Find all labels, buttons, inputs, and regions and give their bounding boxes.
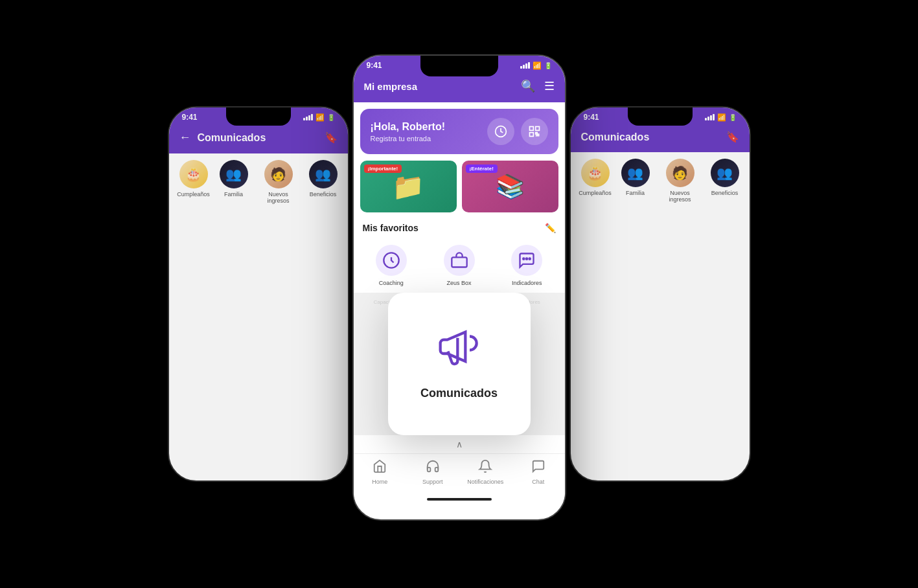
nav-home-label: Home — [372, 479, 387, 485]
badge-enterate: ¡Entérate! — [466, 164, 498, 173]
signal-left — [303, 114, 313, 120]
comunicados-label: Comunicados — [420, 387, 498, 400]
cat-label-left-0: Cumpleaños — [177, 191, 210, 198]
svg-point-17 — [529, 258, 531, 260]
nav-chat[interactable]: Chat — [512, 459, 565, 485]
chat-icon — [531, 459, 545, 477]
category-nuevos-left[interactable]: 🧑 Nuevos ingresos — [257, 160, 300, 204]
greeting-card: ¡Hola, Roberto! Registra tu entrada — [360, 109, 558, 154]
cat-avatar-right-2: 🧑 — [666, 159, 694, 187]
nav-chat-label: Chat — [532, 479, 544, 485]
fav-icon-indicadores — [511, 245, 542, 276]
nav-notificaciones-label: Notificaciones — [467, 479, 503, 485]
svg-rect-11 — [535, 127, 539, 131]
center-header-icons: 🔍 ☰ — [521, 79, 555, 93]
edit-button[interactable]: ✏️ — [545, 223, 556, 233]
cat-avatar-left-2: 🧑 — [264, 160, 293, 188]
category-familia-left[interactable]: 👥 Familia — [217, 160, 251, 204]
svg-rect-12 — [529, 133, 533, 137]
favoritos-title: Mis favoritos — [363, 223, 419, 233]
categories-left: 🎂 Cumpleaños 👥 Familia 🧑 Nuevos ingresos… — [169, 153, 348, 210]
cat-avatar-right-1: 👥 — [621, 159, 650, 187]
center-app-header: Mi empresa 🔍 ☰ — [354, 73, 565, 102]
fav-item-coaching[interactable]: Coaching — [358, 238, 426, 293]
status-icons-center: 📶 🔋 — [520, 62, 552, 70]
search-icon-center[interactable]: 🔍 — [521, 79, 535, 93]
greeting-text: ¡Hola, Roberto! Registra tu entrada — [371, 121, 446, 142]
cat-avatar-left-1: 👥 — [220, 160, 248, 188]
bookmark-icon-right[interactable]: 🔖 — [726, 131, 739, 143]
time-left: 9:41 — [182, 113, 198, 122]
cat-avatar-left-0: 🎂 — [179, 160, 208, 188]
notch-center — [420, 56, 498, 76]
phone-center: 9:41 📶 🔋 Mi empresa 🔍 ☰ — [352, 54, 566, 521]
cat-label-right-0: Cumpleaños — [579, 190, 612, 196]
bottom-nav: Home Support — [354, 453, 565, 493]
right-app-header: Comunicados 🔖 — [571, 124, 750, 152]
notch-left — [226, 107, 291, 126]
cat-label-right-2: Nuevos ingresos — [659, 190, 702, 203]
phone-left: 9:41 📶 🔋 ← Comunicados 🔖 🎂 Cump — [168, 106, 349, 482]
wifi-icon-right: 📶 — [717, 113, 726, 122]
fav-item-zeusbox[interactable]: Zeus Box — [425, 238, 493, 293]
cat-label-right-1: Familia — [626, 190, 645, 196]
svg-point-16 — [523, 258, 524, 260]
fav-label-indicadores: Indicadores — [512, 280, 542, 286]
nav-home[interactable]: Home — [354, 459, 407, 485]
support-icon — [426, 459, 440, 477]
status-icons-right: 📶 🔋 — [705, 113, 737, 122]
home-icon — [373, 459, 387, 477]
status-icons-left: 📶 🔋 — [303, 113, 335, 122]
cat-label-left-1: Familia — [224, 191, 243, 198]
svg-rect-10 — [529, 127, 533, 131]
greeting-hello: ¡Hola, Roberto! — [371, 121, 446, 133]
favoritos-header: Mis favoritos ✏️ — [354, 219, 565, 238]
greeting-icons — [487, 118, 548, 145]
wifi-icon-left: 📶 — [316, 113, 325, 122]
clock-button[interactable] — [487, 118, 514, 145]
nav-notificaciones[interactable]: Notificaciones — [459, 459, 512, 485]
cat-avatar-left-3: 👥 — [309, 160, 338, 188]
category-nuevos-right[interactable]: 🧑 Nuevos ingresos — [659, 159, 702, 203]
left-app-header: ← Comunicados 🔖 — [169, 124, 348, 153]
comunicados-card[interactable]: Comunicados — [388, 293, 531, 435]
battery-icon-center: 🔋 — [544, 62, 552, 69]
category-beneficios-left[interactable]: 👥 Beneficios — [306, 160, 340, 204]
fav-item-indicadores[interactable]: Indicadores — [493, 238, 561, 293]
banners-row: ¡Importante! 📁 ¡Entérate! 📚 — [360, 161, 558, 212]
notificaciones-icon — [478, 459, 492, 477]
signal-right — [705, 114, 715, 120]
banner-important[interactable]: ¡Importante! 📁 — [360, 161, 457, 212]
header-title-right: Comunicados — [581, 131, 720, 143]
banner-enterate[interactable]: ¡Entérate! 📚 — [462, 161, 558, 212]
category-cumpleanos-right[interactable]: 🎂 Cumpleaños — [579, 159, 612, 203]
nav-support-label: Support — [422, 479, 443, 485]
category-cumpleanos-left[interactable]: 🎂 Cumpleaños — [177, 160, 211, 204]
bookmark-icon-left[interactable]: 🔖 — [325, 131, 338, 144]
cat-label-left-2: Nuevos ingresos — [257, 191, 300, 204]
header-title-left: Comunicados — [198, 132, 318, 144]
fav-label-coaching: Coaching — [379, 280, 404, 286]
svg-point-15 — [526, 258, 527, 260]
back-button-left[interactable]: ← — [179, 131, 191, 144]
nav-support[interactable]: Support — [406, 459, 459, 485]
category-familia-right[interactable]: 👥 Familia — [619, 159, 652, 203]
menu-icon-center[interactable]: ☰ — [544, 79, 555, 93]
cat-label-right-3: Beneficios — [711, 190, 739, 196]
phone-right: 9:41 📶 🔋 Comunicados 🔖 🎂 Cumpleaños — [569, 106, 751, 482]
qr-button[interactable] — [521, 118, 548, 145]
center-app-title: Mi empresa — [364, 81, 418, 92]
favoritos-grid: Coaching Zeus Box — [354, 238, 565, 293]
up-arrow[interactable]: ∧ — [354, 435, 565, 453]
time-right: 9:41 — [584, 113, 599, 122]
categories-right: 🎂 Cumpleaños 👥 Familia 🧑 Nuevos ingresos… — [571, 152, 750, 209]
home-indicator-center — [354, 493, 565, 506]
category-beneficios-right[interactable]: 👥 Beneficios — [708, 159, 742, 203]
notch-right — [628, 107, 693, 126]
cat-avatar-right-3: 👥 — [711, 159, 739, 187]
fav-label-zeusbox: Zeus Box — [446, 280, 471, 286]
svg-rect-14 — [452, 257, 466, 267]
wifi-icon-center: 📶 — [533, 62, 542, 70]
battery-icon-right: 🔋 — [729, 114, 737, 121]
battery-icon-left: 🔋 — [327, 114, 335, 121]
